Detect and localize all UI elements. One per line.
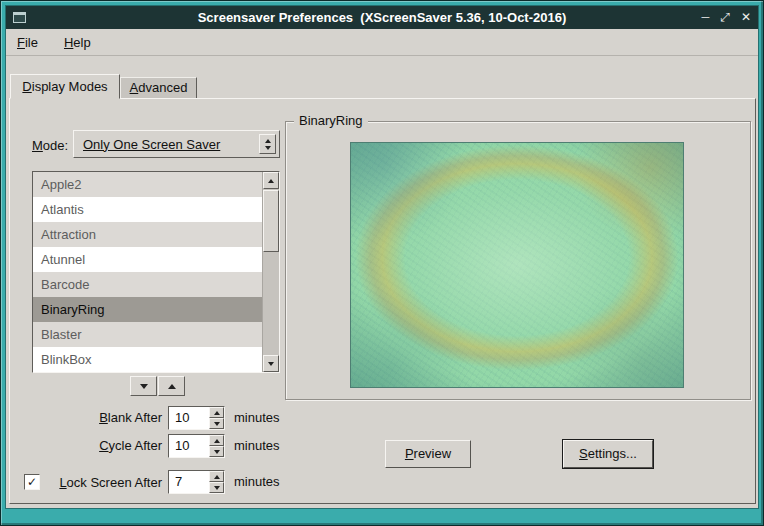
- arrow-up-icon: [268, 179, 274, 183]
- screensaver-preview-image: [350, 142, 684, 388]
- app-frame: Screensaver Preferences (XScreenSaver 5.…: [6, 6, 758, 508]
- arrow-up-icon: [214, 439, 220, 443]
- minutes-label: minutes: [234, 438, 280, 453]
- arrow-down-icon: [214, 422, 220, 426]
- main-area: Display Modes Advanced Mode: Only One Sc…: [6, 56, 758, 508]
- preview-button[interactable]: Preview: [385, 440, 471, 468]
- scroll-up-button[interactable]: [263, 172, 279, 189]
- list-item[interactable]: Apple2: [33, 172, 262, 197]
- list-previous-button[interactable]: [158, 376, 185, 396]
- spinner-buttons: [209, 471, 224, 493]
- scroll-down-button[interactable]: [263, 355, 279, 372]
- arrow-down-icon: [140, 384, 148, 389]
- screensaver-list: Apple2 Atlantis Attraction Atunnel Barco…: [32, 171, 280, 373]
- blank-after-spinbox[interactable]: 10: [168, 406, 225, 430]
- window: Screensaver Preferences (XScreenSaver 5.…: [0, 0, 764, 526]
- list-item-selected[interactable]: BinaryRing: [33, 297, 262, 322]
- window-controls: ─ ⤢ ✕: [702, 6, 751, 29]
- spin-down-button[interactable]: [209, 482, 224, 493]
- list-item[interactable]: Atunnel: [33, 247, 262, 272]
- lock-after-value[interactable]: 7: [175, 471, 182, 493]
- arrow-up-icon: [214, 475, 220, 479]
- spin-down-button[interactable]: [209, 418, 224, 429]
- combo-spinner-icon: [259, 134, 276, 154]
- scrollbar-thumb[interactable]: [263, 190, 279, 252]
- blank-after-value[interactable]: 10: [175, 407, 189, 429]
- lock-screen-after-label: Lock Screen After: [44, 475, 162, 490]
- minimize-icon[interactable]: ─: [702, 6, 710, 29]
- mode-label: Mode:: [32, 138, 68, 153]
- list-next-button[interactable]: [130, 376, 157, 396]
- mode-select-value: Only One Screen Saver: [83, 137, 220, 152]
- menu-help[interactable]: Help: [64, 35, 91, 50]
- lock-screen-checkbox[interactable]: ✓: [24, 474, 40, 490]
- spin-up-button[interactable]: [209, 407, 224, 418]
- titlebar[interactable]: Screensaver Preferences (XScreenSaver 5.…: [6, 6, 758, 29]
- spinner-buttons: [209, 407, 224, 429]
- arrow-up-icon: [214, 411, 220, 415]
- cycle-after-value[interactable]: 10: [175, 435, 189, 457]
- cycle-after-spinbox[interactable]: 10: [168, 434, 225, 458]
- tab-display-modes-label: Display Modes: [22, 75, 107, 98]
- minutes-label: minutes: [234, 474, 280, 489]
- arrow-down-icon: [268, 362, 274, 366]
- mode-select[interactable]: Only One Screen Saver: [73, 130, 280, 158]
- tab-advanced-label: Advanced: [130, 78, 188, 98]
- arrow-up-icon: [265, 139, 271, 143]
- list-item[interactable]: Attraction: [33, 222, 262, 247]
- list-item[interactable]: Barcode: [33, 272, 262, 297]
- blank-after-label: Blank After: [10, 410, 162, 425]
- lock-after-spinbox[interactable]: 7: [168, 470, 225, 494]
- tab-display-modes[interactable]: Display Modes: [10, 74, 120, 99]
- list-scrollbar[interactable]: [262, 172, 279, 372]
- list-item[interactable]: Atlantis: [33, 197, 262, 222]
- minutes-label: minutes: [234, 410, 280, 425]
- check-icon: ✓: [27, 475, 37, 489]
- window-title: Screensaver Preferences (XScreenSaver 5.…: [6, 6, 758, 29]
- screensaver-list-rows: Apple2 Atlantis Attraction Atunnel Barco…: [33, 172, 262, 372]
- arrow-down-icon: [214, 486, 220, 490]
- maximize-icon[interactable]: ⤢: [720, 6, 730, 29]
- arrow-up-icon: [168, 384, 176, 389]
- settings-button[interactable]: Settings...: [563, 440, 653, 468]
- display-modes-panel: Mode: Only One Screen Saver Apple2 Atlan…: [9, 98, 756, 504]
- tab-advanced[interactable]: Advanced: [120, 77, 197, 99]
- spin-up-button[interactable]: [209, 435, 224, 446]
- list-item[interactable]: BlinkBox: [33, 347, 262, 372]
- spin-down-button[interactable]: [209, 446, 224, 457]
- spinner-buttons: [209, 435, 224, 457]
- arrow-down-icon: [265, 146, 271, 150]
- menu-file[interactable]: File: [17, 35, 38, 50]
- spin-up-button[interactable]: [209, 471, 224, 482]
- preview-frame-legend: BinaryRing: [294, 113, 368, 128]
- cycle-after-label: Cycle After: [10, 438, 162, 453]
- close-icon[interactable]: ✕: [741, 6, 751, 29]
- menubar: File Help: [6, 29, 758, 56]
- preview-frame: BinaryRing: [285, 121, 751, 400]
- list-item[interactable]: Blaster: [33, 322, 262, 347]
- arrow-down-icon: [214, 450, 220, 454]
